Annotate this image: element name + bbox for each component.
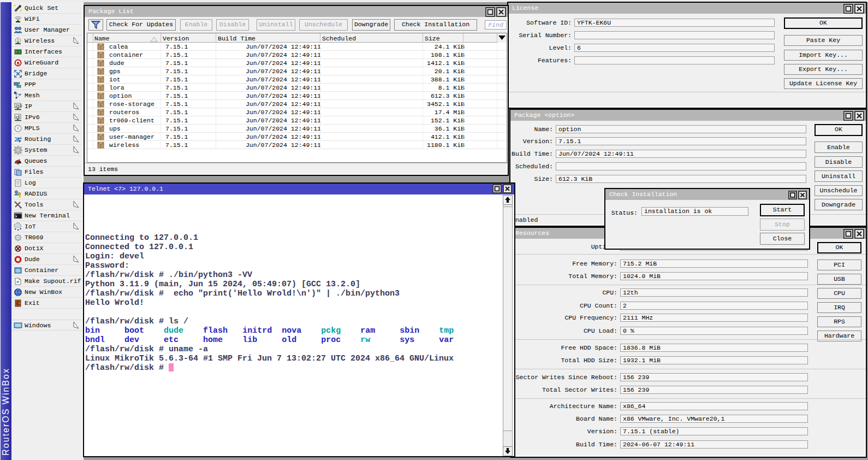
svg-text:v6: v6 [15, 115, 20, 119]
svg-text:255: 255 [15, 104, 22, 108]
